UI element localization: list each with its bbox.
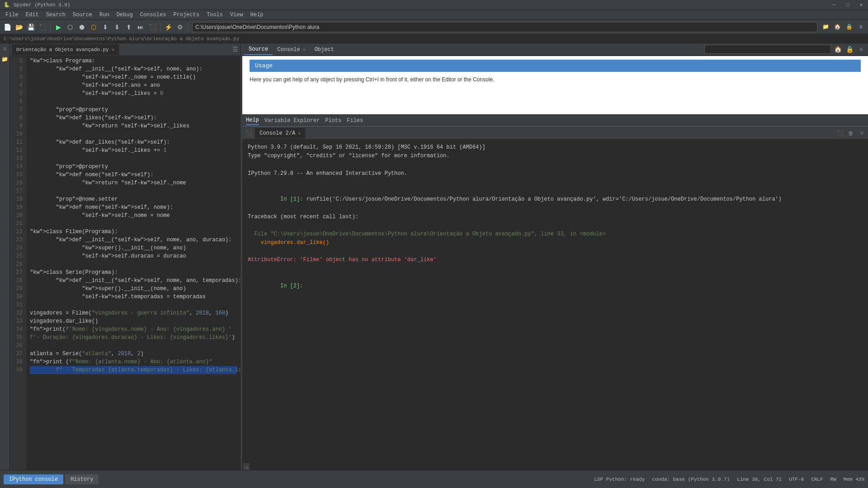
help-bottom-tab-variables[interactable]: Variable Explorer bbox=[264, 117, 320, 125]
code-line-8[interactable]: "kw">def likes("self-kw">self): bbox=[30, 114, 236, 122]
menu-item-view[interactable]: View bbox=[226, 11, 247, 19]
save-all-button[interactable]: ⬛ bbox=[37, 22, 48, 33]
code-line-22[interactable]: "kw">class Filme(Programa): bbox=[30, 228, 236, 236]
code-line-34[interactable]: "fn">print(f'Nome: {vingadores.nome} - A… bbox=[30, 325, 236, 333]
code-line-25[interactable]: "self-kw">self.duracao = duracao bbox=[30, 252, 236, 260]
menu-item-edit[interactable]: Edit bbox=[22, 11, 42, 19]
code-line-6[interactable] bbox=[30, 98, 236, 106]
save-file-button[interactable]: 💾 bbox=[25, 22, 36, 33]
help-menu-icon[interactable]: ≡ bbox=[856, 45, 866, 55]
code-line-31[interactable] bbox=[30, 301, 236, 309]
open-file-button[interactable]: 📂 bbox=[14, 22, 24, 33]
code-line-20[interactable]: "self-kw">self._nome = nome bbox=[30, 211, 236, 220]
code-line-36[interactable] bbox=[30, 342, 236, 350]
run-cell-button[interactable]: ⬡ bbox=[65, 22, 75, 33]
console-stop-icon[interactable]: ⬛ bbox=[835, 129, 844, 138]
menu-item-search[interactable]: Search bbox=[42, 11, 69, 19]
tab-object[interactable]: Object bbox=[310, 44, 339, 55]
editor-tab-close[interactable]: ✕ bbox=[112, 47, 114, 52]
settings-button[interactable]: ⚙ bbox=[175, 22, 185, 33]
help-lock-icon[interactable]: 🔒 bbox=[844, 45, 854, 55]
code-line-28[interactable]: "kw">def __init__("self-kw">self, nome, … bbox=[30, 277, 236, 285]
code-line-15[interactable]: "kw">def nome("self-kw">self): bbox=[30, 171, 236, 179]
help-bottom-tab-help[interactable]: Help bbox=[246, 116, 259, 125]
code-line-23[interactable]: "kw">def __init__("self-kw">self, nome, … bbox=[30, 236, 236, 244]
code-line-33[interactable]: vingadores.dar_like() bbox=[30, 317, 236, 325]
code-line-32[interactable]: vingadores = Filme("vingadores - guerra … bbox=[30, 309, 236, 317]
console-menu-icon[interactable]: ≡ bbox=[857, 129, 866, 138]
code-line-17[interactable] bbox=[30, 187, 236, 195]
code-line-7[interactable]: "prop">@property bbox=[30, 106, 236, 114]
console-tab-main[interactable]: Console 2/A ✕ bbox=[255, 128, 305, 139]
home-button[interactable]: 🏠 bbox=[832, 22, 843, 33]
help-bottom-tab-plots[interactable]: Plots bbox=[325, 117, 341, 125]
code-line-9[interactable]: "kw">return "self-kw">self._likes bbox=[30, 122, 236, 130]
code-line-13[interactable] bbox=[30, 155, 236, 163]
tab-console-close[interactable]: ✕ bbox=[303, 47, 306, 52]
path-input[interactable] bbox=[192, 22, 817, 32]
code-line-16[interactable]: "kw">return "self-kw">self._nome bbox=[30, 179, 236, 187]
step-button[interactable]: ⬇ bbox=[100, 22, 111, 33]
console-tab-close[interactable]: ✕ bbox=[298, 131, 301, 136]
console-content[interactable]: Python 3.9.7 (default, Sep 16 2021, 16:5… bbox=[242, 140, 868, 463]
menu-item-help[interactable]: Help bbox=[247, 11, 267, 19]
code-line-2[interactable]: "kw">def __init__("self-kw">self, nome, … bbox=[30, 65, 236, 73]
tab-console[interactable]: Console ✕ bbox=[273, 44, 310, 55]
editor-menu-icon[interactable]: ☰ bbox=[232, 46, 238, 53]
code-line-5[interactable]: "self-kw">self._likes = 0 bbox=[30, 89, 236, 98]
stop-button[interactable]: ⬛ bbox=[147, 22, 158, 33]
code-editor[interactable]: 1234567891011121314151617181920212223242… bbox=[10, 56, 240, 470]
menu-item-source[interactable]: Source bbox=[69, 11, 96, 19]
code-area[interactable]: "kw">class Programa: "kw">def __init__("… bbox=[26, 56, 240, 470]
menu-item-debug[interactable]: Debug bbox=[113, 11, 137, 19]
menu-item-projects[interactable]: Projects bbox=[170, 11, 203, 19]
menu-item-run[interactable]: Run bbox=[96, 11, 113, 19]
code-line-24[interactable]: "kw">super().__init__(nome, ano) bbox=[30, 244, 236, 252]
code-line-27[interactable]: "kw">class Serie(Programa): bbox=[30, 268, 236, 277]
code-line-10[interactable] bbox=[30, 130, 236, 138]
code-line-12[interactable]: "self-kw">self._likes += 1 bbox=[30, 146, 236, 155]
debug-button[interactable]: ⬡ bbox=[88, 22, 99, 33]
console-trash-icon[interactable]: 🗑 bbox=[846, 129, 855, 138]
maximize-button[interactable]: □ bbox=[844, 2, 851, 8]
code-line-30[interactable]: "self-kw">self.temporadas = temporadas bbox=[30, 293, 236, 301]
code-line-11[interactable]: "kw">def dar_likes("self-kw">self): bbox=[30, 138, 236, 146]
run-button[interactable]: ▶ bbox=[53, 22, 64, 33]
code-line-38[interactable]: "fn">print (f"Nome: {atlanta.nome} - Ano… bbox=[30, 358, 236, 366]
code-line-14[interactable]: "prop">@property bbox=[30, 163, 236, 171]
run-cell-advance-button[interactable]: ⬢ bbox=[76, 22, 87, 33]
new-file-button[interactable]: 📄 bbox=[2, 22, 13, 33]
code-line-26[interactable] bbox=[30, 260, 236, 268]
step-into-button[interactable]: ⬇ bbox=[112, 22, 123, 33]
menu-item-file[interactable]: File bbox=[2, 11, 22, 19]
settings2-button[interactable]: ≡ bbox=[855, 22, 866, 33]
lock-button[interactable]: 🔒 bbox=[844, 22, 854, 33]
history-tab[interactable]: History bbox=[65, 474, 99, 484]
code-line-4[interactable]: "self-kw">self.ano = ano bbox=[30, 81, 236, 89]
browse-button[interactable]: 📁 bbox=[820, 22, 831, 33]
step-return-button[interactable]: ⬆ bbox=[123, 22, 134, 33]
code-line-37[interactable]: atlanta = Serie("atlanta", 2018, 2) bbox=[30, 350, 236, 358]
editor-tab-main[interactable]: Orientação a Objeto avançado.py ✕ bbox=[12, 44, 119, 55]
code-line-21[interactable] bbox=[30, 220, 236, 228]
help-home-icon[interactable]: 🏠 bbox=[833, 45, 843, 55]
continue-button[interactable]: ⏭ bbox=[135, 22, 146, 33]
code-line-18[interactable]: "prop">@nome.setter bbox=[30, 195, 236, 203]
help-bottom-tab-files[interactable]: Files bbox=[347, 117, 363, 125]
close-button[interactable]: ✕ bbox=[858, 2, 864, 8]
menu-item-tools[interactable]: Tools bbox=[203, 11, 226, 19]
profile-button[interactable]: ⚡ bbox=[163, 22, 174, 33]
code-line-3[interactable]: "self-kw">self._nome = nome.title() bbox=[30, 73, 236, 81]
right-edge-toggle[interactable]: ◁ bbox=[244, 465, 249, 470]
code-line-29[interactable]: "kw">super().__init__(nome, ano) bbox=[30, 285, 236, 293]
tab-source[interactable]: Source bbox=[244, 44, 273, 55]
folder-icon[interactable]: 📁 bbox=[1, 55, 9, 63]
explorer-icon[interactable]: ≡ bbox=[1, 45, 9, 53]
minimize-button[interactable]: ─ bbox=[831, 2, 837, 8]
ipython-console-tab[interactable]: IPython console bbox=[4, 474, 63, 484]
code-line-19[interactable]: "kw">def nome("self-kw">self, nome): bbox=[30, 203, 236, 211]
code-line-35[interactable]: f'- Duração: {vingadores.duracao} - Like… bbox=[30, 333, 236, 342]
menu-item-consoles[interactable]: Consoles bbox=[137, 11, 170, 19]
code-line-1[interactable]: "kw">class Programa: bbox=[30, 57, 236, 65]
help-search-input[interactable] bbox=[704, 45, 831, 54]
